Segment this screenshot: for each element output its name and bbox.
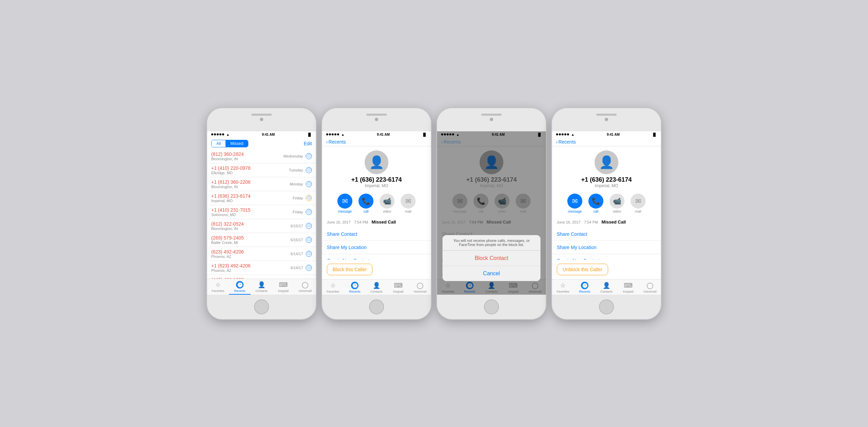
list-item[interactable]: (812) 360-2824 Bloomington, IN Wednesday… [207,149,316,163]
call-action[interactable]: 📞 call [358,194,373,213]
share-location-2[interactable]: Share My Location [322,241,431,254]
edit-button[interactable]: Edit [304,141,312,146]
segment-all[interactable]: All [212,140,226,147]
tab-recents-4[interactable]: 🕐 Recents [574,280,596,295]
block-caller-button[interactable]: Block this Caller [327,264,372,275]
home-button-3[interactable] [484,299,499,314]
info-icon[interactable]: ⓘ [306,167,312,173]
list-item[interactable]: +1 (410) 220-0978 Elkridge, MD Tuesday ⓘ [207,163,316,177]
segment-control-1[interactable]: All Missed [211,140,248,147]
call-action-4[interactable]: 📞 call [588,194,603,213]
call-time-2: 7:54 PM [354,220,368,224]
list-item[interactable]: +1 (636) 223-6174 Imperial, MO Friday ⓘ [207,191,316,205]
info-icon-highlighted[interactable]: ⓘ [306,195,312,201]
list-item[interactable]: +1 (410) 231-7015 Solomons, MD Friday ⓘ [207,205,316,219]
call-date: 6/15/17 [290,238,303,242]
info-icon[interactable]: ⓘ [306,209,312,215]
signal-4: ▲ [556,133,574,136]
list-item[interactable]: (623) 492-4206 Phoenix, AZ 6/14/17 ⓘ [207,247,316,261]
call-time-4: 7:54 PM [584,220,598,224]
message-action-4[interactable]: ✉ message [567,194,582,213]
call-date: Wednesday [283,154,303,158]
phone-top-3 [437,108,546,131]
phone-bottom-1 [207,295,316,319]
mail-action-4[interactable]: ✉ mail [631,194,646,213]
message-action[interactable]: ✉ message [337,194,352,213]
call-type-4: Missed Call [602,219,626,225]
tab-keypad-2[interactable]: ⌨ Keypad [387,280,409,295]
detail-list-2: Share Contact Share My Location Create N… [322,228,431,260]
time-1: 9:41 AM [262,133,275,136]
call-date: 6/15/17 [290,224,303,228]
time-2: 9:41 AM [377,133,390,136]
tab-keypad[interactable]: ⌨ Keypad [272,279,294,295]
tab-voicemail[interactable]: ◯ Voicemail [294,279,316,295]
info-icon[interactable]: ⓘ [306,265,312,271]
tab-voicemail-4[interactable]: ◯ Voicemail [639,280,661,295]
tab-favorites-2[interactable]: ☆ Favorites [322,280,344,295]
camera-3 [490,118,493,121]
tab-favorites[interactable]: ☆ Favorites [207,279,229,295]
tab-contacts[interactable]: 👤 Contacts [251,279,272,295]
share-location-4[interactable]: Share My Location [552,241,661,254]
info-icon[interactable]: ⓘ [306,237,312,243]
item-info: +1 (812) 360-2206 Bloomington, IN [211,179,290,189]
tab-recents[interactable]: 🕐 Recents [229,279,251,295]
list-item[interactable]: +1 (623) 492-4206 Phoenix, AZ 6/14/17 ⓘ [207,261,316,275]
status-bar-2: ▲ 9:41 AM ▐▌ [322,131,431,138]
share-contact-4[interactable]: Share Contact [552,228,661,241]
create-contact-4[interactable]: Create New Contact [552,254,661,260]
block-contact-button[interactable]: Block Contact [443,251,540,266]
create-contact-2[interactable]: Create New Contact [322,254,431,260]
battery-icon-4: ▐▌ [652,133,657,136]
tab-voicemail-2[interactable]: ◯ Voicemail [409,280,431,295]
action-buttons-4: ✉ message 📞 call 📹 video ✉ mail [552,191,661,216]
back-button-2[interactable]: ‹ Recents [326,139,346,145]
info-icon[interactable]: ⓘ [306,223,312,229]
cancel-button-3[interactable]: Cancel [443,266,540,281]
mail-label: mail [405,210,411,213]
tab-keypad-4[interactable]: ⌨ Keypad [617,280,639,295]
recents-header-1: All Missed Edit [207,138,316,149]
modal-overlay-3[interactable]: You will not receive phone calls, messag… [437,131,546,295]
tab-contacts-2[interactable]: 👤 Contacts [366,280,387,295]
back-button-4[interactable]: ‹ Recents [556,139,576,145]
unblock-btn-container-4: Unblock this Caller [552,260,661,279]
list-item[interactable]: +1 (812) 360-2206 Bloomington, IN Monday… [207,177,316,191]
info-icon[interactable]: ⓘ [306,181,312,187]
home-button-1[interactable] [254,299,269,314]
video-circle: 📹 [380,194,395,209]
screen-1: ▲ 9:41 AM ▐▌ All Missed Edit (812) [207,131,316,295]
home-button-4[interactable] [599,299,614,314]
phone-number: +1 (410) 220-0978 [211,165,289,171]
mail-action[interactable]: ✉ mail [401,194,416,213]
info-icon[interactable]: ⓘ [306,153,312,159]
phone-top-1 [207,108,316,131]
video-circle-4: 📹 [610,194,624,209]
keypad-icon-4: ⌨ [624,282,633,289]
list-item[interactable]: (812) 322-0524 Bloomington, IN 6/15/17 ⓘ [207,219,316,233]
block-btn-container-2: Block this Caller [322,260,431,279]
video-action-4[interactable]: 📹 video [610,194,624,213]
phones-container: ▲ 9:41 AM ▐▌ All Missed Edit (812) [207,108,661,319]
phone-number: (812) 360-2824 [211,151,283,157]
call-date: Friday [293,196,303,200]
call-info-4: June 16, 2017 7:54 PM Missed Call [552,216,661,228]
tab-contacts-4[interactable]: 👤 Contacts [596,280,617,295]
segment-missed[interactable]: Missed [226,140,248,147]
list-item[interactable]: (440) 406-1302 Elyria, OH 6/14/17 ⓘ [207,275,316,279]
tab-recents-2[interactable]: 🕐 Recents [344,280,366,295]
tab-label: Recents [579,290,590,293]
list-item[interactable]: (269) 579-2405 Battle Creek, MI 6/15/17 … [207,233,316,247]
video-action[interactable]: 📹 video [380,194,395,213]
share-contact-2[interactable]: Share Contact [322,228,431,241]
home-button-2[interactable] [369,299,384,314]
avatar-2: 👤 [365,150,388,174]
wifi-icon-2: ▲ [341,133,345,136]
info-icon[interactable]: ⓘ [306,251,312,257]
mail-circle: ✉ [401,194,416,209]
tab-favorites-4[interactable]: ☆ Favorites [552,280,574,295]
message-circle: ✉ [337,194,352,209]
unblock-caller-button[interactable]: Unblock this Caller [557,264,608,275]
screen-2: ▲ 9:41 AM ▐▌ ‹ Recents 👤 +1 (636) 223-61… [322,131,431,295]
